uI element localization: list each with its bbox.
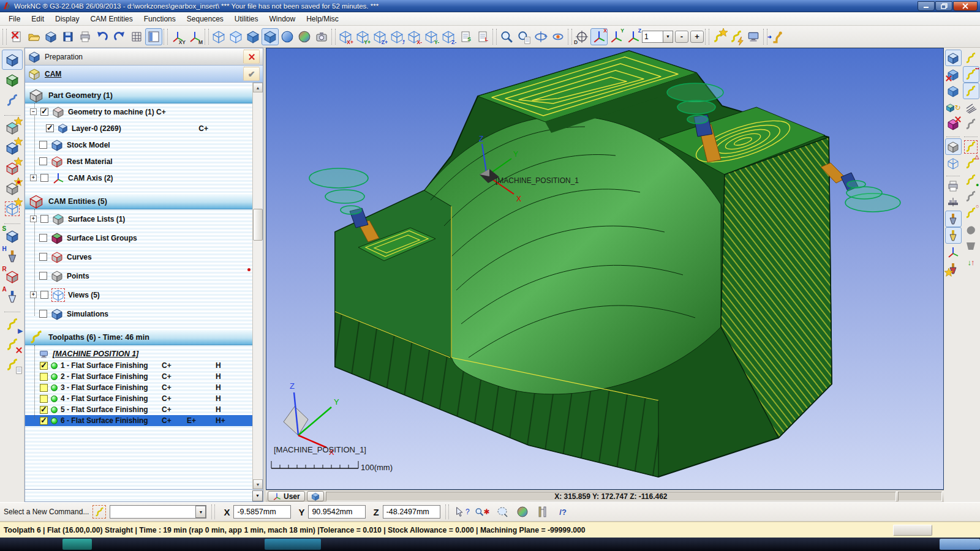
- toolpath-run-button[interactable]: ▶: [2, 314, 23, 334]
- toolbar-grip[interactable]: [492, 29, 497, 45]
- toolpath-list-button[interactable]: L: [474, 28, 491, 45]
- hatch-button[interactable]: [963, 99, 979, 116]
- toolpaths-header[interactable]: Toolpaths (6) - Time: 46 min: [25, 329, 252, 345]
- tool-axis-button[interactable]: [945, 244, 962, 260]
- command-combobox[interactable]: ▼: [110, 505, 206, 519]
- item-checkbox[interactable]: [46, 124, 54, 132]
- viewport-canvas[interactable]: Z Y X [MACHINE_POSITION_1 Z Y X [MACHINE…: [266, 48, 943, 489]
- toolpath-batch-button[interactable]: [728, 28, 745, 45]
- toolpath-table-button[interactable]: [2, 354, 23, 375]
- remove-cube-button[interactable]: [945, 116, 962, 132]
- tree-item-surface-list-groups[interactable]: Surface List Groups: [25, 228, 252, 247]
- curve-edit-button[interactable]: [2, 90, 23, 110]
- item-checkbox[interactable]: [39, 234, 47, 242]
- restore-button[interactable]: [935, 1, 952, 11]
- toolpath-row-6[interactable]: 6 - Flat Surface Finishing C+ E+ H+: [25, 415, 252, 426]
- zoom-level-input[interactable]: [642, 31, 663, 43]
- toolpath-checkbox[interactable]: [40, 395, 48, 403]
- save-button[interactable]: [59, 28, 77, 45]
- menu-item-functions[interactable]: Functions: [139, 13, 181, 25]
- tab-cam[interactable]: CAM ✔: [25, 66, 263, 83]
- toolpath-checkbox[interactable]: [40, 362, 48, 370]
- view-x-minus-button[interactable]: X-: [405, 28, 423, 45]
- toolpath-row-1[interactable]: 1 - Flat Surface Finishing C+ H: [25, 360, 252, 371]
- command-curve-icon[interactable]: [92, 505, 106, 519]
- menu-item-help[interactable]: Help/Misc: [301, 13, 344, 25]
- toolpath-row-5[interactable]: 5 - Flat Surface Finishing C+ H: [25, 404, 252, 415]
- view-top-button[interactable]: ⤴: [388, 28, 405, 45]
- zoom-previous-button[interactable]: [515, 28, 532, 45]
- item-checkbox[interactable]: [40, 174, 48, 182]
- axis-xy-button[interactable]: XY: [169, 28, 186, 45]
- dynamic-view-button[interactable]: [279, 28, 296, 45]
- postprocessor-button[interactable]: [745, 28, 762, 45]
- pocket-button[interactable]: [963, 238, 979, 254]
- expand-toggle[interactable]: [30, 291, 37, 298]
- menu-item-sequences[interactable]: Sequences: [182, 13, 228, 25]
- view-z-plus-button[interactable]: Z+: [371, 28, 388, 45]
- tree-item-layer-0[interactable]: Layer-0 (2269) C+: [25, 120, 252, 137]
- toolpath-row-3[interactable]: 3 - Flat Surface Finishing C+ H: [25, 382, 252, 393]
- view-sheet-button[interactable]: [945, 155, 962, 171]
- new-curve-button[interactable]: [2, 158, 23, 178]
- toolpath-checkbox[interactable]: [40, 406, 48, 414]
- menu-item-display[interactable]: Display: [50, 13, 84, 25]
- view-y-plus-button[interactable]: Y+: [354, 28, 371, 45]
- item-checkbox[interactable]: [39, 253, 47, 261]
- toolpath-points-button[interactable]: ●: [963, 171, 979, 188]
- axis-machine-button[interactable]: M: [186, 28, 203, 45]
- close-button[interactable]: [953, 1, 978, 11]
- minimize-button[interactable]: [918, 1, 935, 11]
- toolpath-limits-button[interactable]: ▪▪: [963, 66, 979, 83]
- zoom-window-button[interactable]: [498, 28, 515, 45]
- mode-y-button[interactable]: Y: [608, 28, 625, 45]
- tree-item-points[interactable]: Points: [25, 266, 252, 285]
- solid-view-button[interactable]: [244, 28, 262, 45]
- status-grip-button[interactable]: [893, 525, 932, 536]
- part-geometry-header[interactable]: Part Geometry (1): [25, 88, 252, 103]
- annotation-button[interactable]: A: [2, 287, 23, 307]
- scroll-thumb[interactable]: [253, 209, 263, 241]
- vise-button[interactable]: [945, 194, 962, 211]
- item-checkbox[interactable]: [39, 157, 47, 165]
- layout-button[interactable]: [145, 28, 162, 45]
- view-cube-button[interactable]: [307, 491, 324, 501]
- new-surface-list-button[interactable]: [2, 118, 23, 138]
- toolbar-grip[interactable]: [705, 29, 709, 45]
- tree-item-rest-material[interactable]: Rest Material: [25, 153, 252, 170]
- region-button[interactable]: [963, 221, 979, 238]
- shaded-mode-button[interactable]: [945, 50, 962, 66]
- tree-item-stock-model[interactable]: Stock Model: [25, 137, 252, 153]
- holes-button[interactable]: H: [2, 246, 23, 266]
- stock-button[interactable]: S: [2, 226, 23, 246]
- hidden-line-view-button[interactable]: [227, 28, 244, 45]
- taskbar-item[interactable]: [265, 539, 321, 550]
- tool-holder-button[interactable]: [945, 211, 962, 227]
- shaded-view-button[interactable]: [262, 28, 279, 45]
- select-point-button[interactable]: ✱: [474, 504, 491, 520]
- tree-item-views[interactable]: Views (5): [25, 285, 252, 304]
- material-view-button[interactable]: [296, 28, 313, 45]
- redo-button[interactable]: [111, 28, 128, 45]
- print-button[interactable]: [77, 28, 94, 45]
- preparation-button[interactable]: [2, 50, 23, 70]
- new-points-button[interactable]: [2, 178, 23, 198]
- toolpath-checkbox[interactable]: [40, 373, 48, 381]
- item-checkbox[interactable]: [40, 291, 48, 299]
- toolpath-extents-button[interactable]: [963, 83, 979, 99]
- mode-z-button[interactable]: Z: [625, 28, 642, 45]
- toolbar-grip[interactable]: [164, 29, 168, 45]
- tree-item-simulations[interactable]: Simulations: [25, 304, 252, 323]
- y-coordinate-input[interactable]: [308, 505, 366, 519]
- expand-toggle[interactable]: [30, 174, 37, 181]
- retract-arrows-button[interactable]: ↓↑: [963, 254, 979, 271]
- toolpath-warning-button[interactable]: △: [963, 155, 979, 171]
- tree-bottom-dropdown[interactable]: ▼: [252, 490, 263, 501]
- solid-cube-button[interactable]: [945, 83, 962, 99]
- query-button[interactable]: /?: [555, 504, 571, 520]
- command-combobox-arrow[interactable]: ▼: [195, 506, 206, 518]
- new-surface-group-button[interactable]: [2, 138, 23, 158]
- view-x-plus-button[interactable]: X+: [337, 28, 354, 45]
- toolpath-checkbox[interactable]: [40, 384, 48, 392]
- scroll-up-arrow[interactable]: ▲: [253, 83, 263, 92]
